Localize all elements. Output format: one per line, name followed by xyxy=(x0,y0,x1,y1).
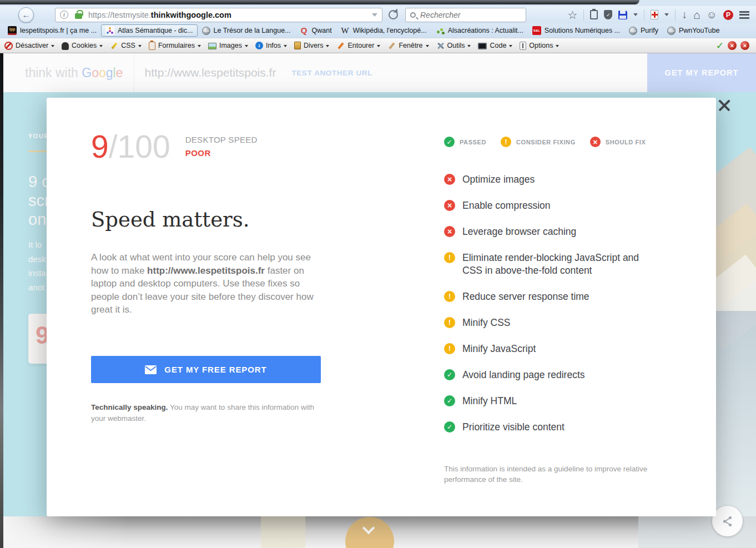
fail-icon xyxy=(444,200,455,211)
search-box[interactable] xyxy=(405,8,526,22)
fail-icon xyxy=(444,226,455,237)
search-input[interactable] xyxy=(420,11,521,19)
url-history-caret-icon[interactable] xyxy=(372,13,377,17)
bookmark-item[interactable]: PwnYouTube xyxy=(663,25,724,37)
hamburger-menu-icon[interactable] xyxy=(739,11,749,19)
dev-item-label: Formulaires xyxy=(158,42,195,49)
dev-toolbar-item[interactable]: Infos xyxy=(255,42,287,49)
close-icon[interactable] xyxy=(717,98,732,113)
addon-dropdown-caret-icon[interactable] xyxy=(664,13,669,16)
audit-item: Minify CSS xyxy=(444,316,661,329)
audit-item-label: Minify HTML xyxy=(462,395,659,408)
dev-toolbar-item[interactable]: Fenêtre xyxy=(387,42,429,50)
options-icon xyxy=(520,42,526,50)
bookmark-label: Atlas Sémantique - dic... xyxy=(118,27,193,34)
audit-item: Reduce server response time xyxy=(444,290,661,303)
bookmark-star-icon[interactable] xyxy=(567,9,577,21)
fail-icon xyxy=(444,174,455,185)
bookmark-item[interactable]: lespetitspois.fr | ça me ... xyxy=(3,24,101,37)
dev-item-label: Entourer xyxy=(347,42,374,49)
outline-icon xyxy=(336,42,345,50)
dropdown-caret-icon xyxy=(426,45,429,47)
envelope-icon xyxy=(145,365,157,374)
wikipedia-icon xyxy=(341,26,350,35)
test-another-url-link[interactable]: TEST ANOTHER URL xyxy=(291,69,372,77)
toolbar-divider xyxy=(583,9,584,21)
error-icon[interactable] xyxy=(728,41,737,50)
bookmark-label: Solutions Numériques ... xyxy=(545,27,620,34)
active-tab-edge[interactable] xyxy=(0,0,639,4)
shield-addon-icon[interactable] xyxy=(604,10,612,19)
alsacreations-icon xyxy=(436,26,445,35)
paragraph-fragment: It lo xyxy=(28,238,46,252)
home-icon[interactable] xyxy=(693,9,700,21)
reload-button[interactable] xyxy=(389,10,398,19)
audit-item: Optimize images xyxy=(444,173,661,186)
audit-item-label: Optimize images xyxy=(462,173,659,186)
audit-item-label: Minify JavaScript xyxy=(462,343,659,355)
search-icon[interactable] xyxy=(410,12,416,18)
get-my-report-button[interactable]: GET MY REPORT xyxy=(647,53,756,92)
dev-status-icons xyxy=(716,40,752,52)
dev-toolbar-item[interactable]: Divers xyxy=(294,42,329,49)
dev-toolbar-item[interactable]: Options xyxy=(520,42,559,50)
dropdown-caret-icon xyxy=(198,45,201,47)
share-button[interactable] xyxy=(712,506,743,536)
back-button[interactable] xyxy=(18,7,34,23)
bookmark-label: Qwant xyxy=(312,27,332,34)
bookmark-item[interactable]: Wikipédia, l'encyclopé... xyxy=(336,24,431,37)
dropdown-caret-icon xyxy=(284,45,287,47)
dev-item-label: Outils xyxy=(447,42,465,49)
https-lock-icon[interactable] xyxy=(75,13,82,19)
forms-icon xyxy=(149,42,155,50)
modal-note: Technically speaking. You may want to sh… xyxy=(91,402,321,424)
pass-icon xyxy=(444,137,455,147)
dev-toolbar-item[interactable]: Code xyxy=(478,42,512,49)
audit-item: Eliminate render-blocking JavaScript and… xyxy=(444,252,661,277)
bookmark-item[interactable]: Solutions Numériques ... xyxy=(528,24,624,37)
valid-check-icon[interactable] xyxy=(716,40,724,52)
dropdown-caret-icon xyxy=(467,45,471,47)
dev-toolbar-item[interactable]: Formulaires xyxy=(149,42,201,50)
toolbar-divider xyxy=(644,9,644,21)
bookmark-label: Alsacréations : Actualit... xyxy=(448,27,523,34)
clipboard-icon[interactable] xyxy=(590,10,598,19)
dropdown-caret-icon xyxy=(326,45,329,47)
dev-toolbar-item[interactable]: Cookies xyxy=(62,42,103,50)
legend-label: PASSED xyxy=(460,139,486,145)
url-bar[interactable]: https://testmysite.thinkwithgoogle.com xyxy=(55,8,382,22)
score-total: /100 xyxy=(109,130,170,163)
bookmark-item[interactable]: Qwant xyxy=(295,24,336,37)
cta-label: GET MY FREE REPORT xyxy=(164,365,266,374)
page-info-icon[interactable] xyxy=(60,11,68,19)
bookmark-label: PwnYouTube xyxy=(679,27,719,34)
dev-toolbar-item[interactable]: Entourer xyxy=(336,42,380,50)
audit-item-label: Reduce server response time xyxy=(462,290,659,303)
audit-item-label: Avoid landing page redirects xyxy=(462,369,659,381)
bookmark-item[interactable]: Le Trésor de la Langue... xyxy=(198,25,295,37)
paragraph-fragment: desk xyxy=(28,252,46,267)
save-page-icon[interactable] xyxy=(618,11,627,19)
smiley-addon-icon[interactable] xyxy=(707,9,717,20)
medical-addon-icon[interactable] xyxy=(651,10,658,19)
pinterest-icon[interactable] xyxy=(723,10,733,20)
bookmark-item[interactable]: Atlas Sémantique - dic... xyxy=(101,24,197,37)
dev-toolbar-item[interactable]: Outils xyxy=(436,42,471,50)
cookies-icon xyxy=(62,42,69,50)
audit-item-label: Minify CSS xyxy=(462,316,659,329)
error-icon[interactable] xyxy=(740,41,749,50)
bookmark-item[interactable]: Alsacréations : Actualit... xyxy=(431,24,528,37)
dev-toolbar-item[interactable]: CSS xyxy=(110,42,142,50)
dev-toolbar-item[interactable]: Images xyxy=(208,42,248,49)
get-free-report-button[interactable]: GET MY FREE REPORT xyxy=(91,356,321,383)
downloads-icon[interactable] xyxy=(682,9,687,20)
background-fade xyxy=(716,311,756,516)
legend-item: PASSED xyxy=(444,137,486,147)
misc-icon xyxy=(294,42,301,49)
dev-item-label: Fenêtre xyxy=(399,42,422,49)
save-dropdown-caret-icon[interactable] xyxy=(633,13,638,16)
dev-toolbar-item[interactable]: Désactiver xyxy=(4,42,54,50)
bookmark-item[interactable]: Purify xyxy=(624,25,663,37)
legend-item: SHOULD FIX xyxy=(590,137,646,147)
web-developer-toolbar: Désactiver Cookies CSS Formul xyxy=(0,38,756,53)
